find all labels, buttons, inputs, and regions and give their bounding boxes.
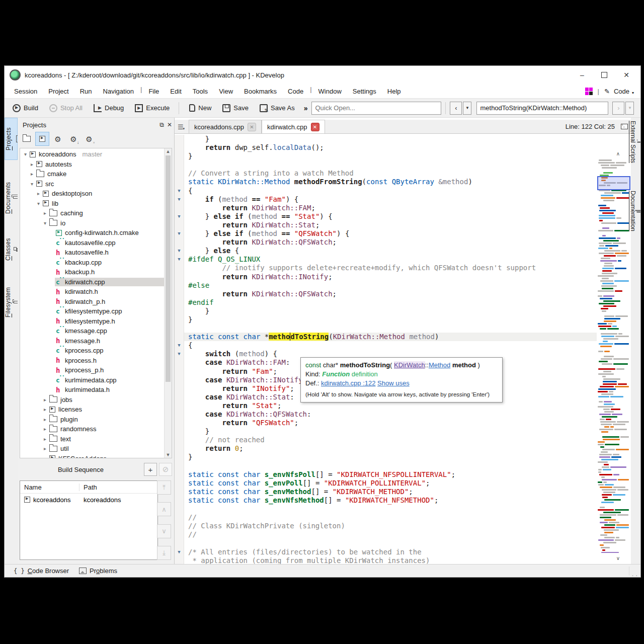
menu-code[interactable]: Code	[282, 86, 309, 97]
tree-item-kmessage.h[interactable]: hkmessage.h	[20, 336, 165, 346]
quick-open-input[interactable]	[312, 104, 441, 112]
menu-session[interactable]: Session	[9, 86, 43, 97]
code-line[interactable]: static const char s_envNfsMethod[] = "KD…	[175, 496, 597, 505]
tree-item-desktoptojson[interactable]: ▸desktoptojson	[20, 189, 165, 199]
tree-item-kmessage.cpp[interactable]: ckmessage.cpp	[20, 326, 165, 336]
fold-marker-icon[interactable]: ▼	[175, 255, 184, 264]
tab-kdirwatch-cpp[interactable]: kdirwatch.cpp ✕	[262, 120, 325, 133]
move-up-button[interactable]: ∧	[157, 502, 171, 516]
code-line[interactable]: }	[175, 307, 597, 315]
dock-tab-classes[interactable]: Classes	[5, 226, 18, 273]
code-line[interactable]: }	[175, 453, 597, 461]
code-line[interactable]: }	[175, 315, 597, 324]
expander-icon[interactable]: ▾	[42, 220, 48, 226]
tab-kcoreaddons-cpp[interactable]: kcoreaddons.cpp ✕	[189, 120, 262, 133]
new-button[interactable]: New	[183, 101, 216, 115]
code-line[interactable]: static const char s_envPoll[] = "KDIRWAT…	[175, 479, 597, 488]
code-line[interactable]: static const char *methodToString(KDirWa…	[175, 333, 597, 341]
tree-item-KF5CoreAddons[interactable]: KF5CoreAddons	[20, 454, 165, 459]
column-header-name[interactable]: Name	[20, 484, 79, 491]
stop-all-button[interactable]: Stop All	[44, 101, 88, 115]
code-browser-button[interactable]: { } Code Browser	[9, 566, 74, 576]
menu-view[interactable]: View	[213, 86, 238, 97]
minimap-scrollbar[interactable]	[598, 159, 629, 553]
fold-marker-icon[interactable]: ▼	[175, 229, 184, 238]
column-header-path[interactable]: Path	[79, 484, 97, 491]
build-sequence-row[interactable]: kcoreaddonskcoreaddons	[20, 494, 157, 506]
build-selection-button[interactable]	[35, 132, 49, 146]
external-scripts-corner-button[interactable]	[619, 121, 630, 132]
close-panel-icon[interactable]: ✕	[167, 121, 172, 128]
tree-item-lib[interactable]: ▾lib	[20, 199, 165, 209]
code-line[interactable]: return "QFSWatch";	[175, 419, 597, 427]
code-view[interactable]: } return dwp_self.localData();}// Conver…	[175, 134, 631, 564]
code-line[interactable]: return KDirWatch::INotify;	[175, 273, 597, 281]
tree-item-kfilesystemtype.h[interactable]: hkfilesystemtype.h	[20, 316, 165, 327]
dock-tab-external-scripts[interactable]: External Scripts	[631, 121, 640, 163]
expander-icon[interactable]: ▾	[29, 181, 35, 187]
tree-item-kcoreaddons[interactable]: ▾kcoreaddonsmaster	[20, 149, 165, 159]
remove-from-build-sequence-button[interactable]: ⊘	[159, 463, 172, 476]
dock-tab-documentation[interactable]: Documentation	[631, 191, 640, 231]
back-button[interactable]: ‹	[450, 102, 462, 115]
fold-marker-icon[interactable]: ▼	[175, 212, 184, 221]
scroll-down-icon[interactable]: ▼	[165, 452, 172, 457]
expander-icon[interactable]: ▾	[22, 151, 29, 157]
execute-button[interactable]: Execute	[130, 101, 175, 115]
menu-help[interactable]: Help	[382, 86, 407, 97]
code-line[interactable]: }	[175, 427, 597, 436]
save-as-button[interactable]: Save As	[255, 101, 300, 115]
minimize-button[interactable]: –	[571, 67, 593, 83]
code-line[interactable]: ▼ if (method == "Fam") {	[175, 195, 597, 204]
code-line[interactable]: #else	[175, 281, 597, 290]
tree-item-kurlmimedata.cpp[interactable]: ckurlmimedata.cpp	[20, 375, 165, 385]
tree-item-text[interactable]: ▸text	[20, 434, 165, 444]
code-line[interactable]: //	[175, 513, 597, 522]
tree-item-kfilesystemtype.cpp[interactable]: ckfilesystemtype.cpp	[20, 306, 165, 316]
code-line[interactable]: * application (coming from multiple KDir…	[175, 556, 597, 564]
back-dropdown-button[interactable]: ▼	[463, 102, 471, 115]
fold-marker-icon[interactable]: ▼	[175, 195, 184, 204]
tree-item-kdirwatch.h[interactable]: hkdirwatch.h	[20, 287, 165, 297]
dock-tab-documents[interactable]: Documents	[5, 171, 18, 225]
expander-icon[interactable]: ▸	[29, 162, 35, 167]
move-to-top-button[interactable]: ⤒	[157, 480, 171, 495]
tree-item-licenses[interactable]: ▸licenses	[20, 405, 165, 415]
toolbar-overflow-button[interactable]: »	[301, 103, 311, 113]
scroll-up-icon[interactable]: ▲	[165, 149, 172, 154]
fold-marker-icon[interactable]: ▼	[175, 548, 184, 556]
code-line[interactable]	[175, 462, 597, 470]
title-bar[interactable]: kcoreaddons - [ Z:/kderoot/download/git/…	[5, 66, 640, 84]
menu-project[interactable]: Project	[43, 86, 74, 97]
move-to-bottom-button[interactable]: ⤓	[157, 546, 171, 560]
maximize-button[interactable]	[593, 67, 615, 83]
code-line[interactable]: ▼ } else {	[175, 247, 597, 255]
tree-item-io[interactable]: ▾io	[20, 218, 165, 228]
tree-item-config-kdirwatch.h.cmake[interactable]: config-kdirwatch.h.cmake	[20, 228, 165, 238]
minimap-viewport[interactable]	[597, 176, 630, 190]
context-input[interactable]	[477, 104, 608, 112]
fold-marker-icon[interactable]: ▼	[175, 247, 184, 255]
detach-panel-icon[interactable]: ⧉	[159, 121, 164, 128]
tree-item-kbackup.h[interactable]: hkbackup.h	[20, 267, 165, 277]
forward-button[interactable]: ›	[612, 102, 624, 115]
menu-settings[interactable]: Settings	[347, 86, 382, 97]
code-line[interactable]: ▼{	[175, 341, 597, 350]
code-line[interactable]: static KDirWatch::Method methodFromStrin…	[175, 178, 597, 186]
scrollbar-thumb[interactable]	[166, 155, 171, 382]
code-line[interactable]: // not reached	[175, 436, 597, 444]
expander-icon[interactable]: ▾	[35, 201, 42, 206]
forward-dropdown-button[interactable]: ▼	[625, 102, 634, 115]
menu-bookmarks[interactable]: Bookmarks	[238, 86, 282, 97]
code-line[interactable]: #endif	[175, 298, 597, 307]
close-tab-icon[interactable]: ✕	[311, 123, 319, 131]
expander-icon[interactable]: ▸	[35, 191, 42, 196]
tree-item-caching[interactable]: ▸caching	[20, 208, 165, 218]
tree-item-kautosavefile.cpp[interactable]: ckautosavefile.cpp	[20, 238, 165, 248]
class-link[interactable]: KDirWatch	[394, 361, 425, 369]
dock-tab-filesystem[interactable]: Filesystem	[5, 275, 18, 330]
code-split-button[interactable]: Code	[614, 88, 629, 95]
code-line[interactable]	[175, 324, 597, 333]
resize-grip[interactable]: ⡀⡀	[632, 571, 639, 576]
code-line[interactable]: ▼ } else if (method == "Stat") {	[175, 212, 597, 221]
